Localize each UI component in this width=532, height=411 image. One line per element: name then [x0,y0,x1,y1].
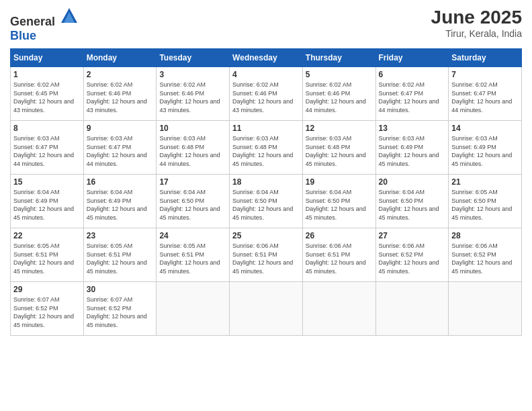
page-container: General Blue June 2025 Tirur, Kerala, In… [0,0,532,342]
day-info: Sunrise: 6:06 AMSunset: 6:52 PMDaylight:… [379,242,439,275]
day-number: 29 [13,285,81,294]
table-row: 18 Sunrise: 6:04 AMSunset: 6:50 PMDaylig… [230,175,303,228]
title-area: June 2025 Tirur, Kerala, India [431,7,522,39]
day-info: Sunrise: 6:05 AMSunset: 6:51 PMDaylight:… [13,242,74,275]
day-info: Sunrise: 6:03 AMSunset: 6:49 PMDaylight:… [451,135,512,167]
day-info: Sunrise: 6:03 AMSunset: 6:47 PMDaylight:… [13,135,74,167]
day-info: Sunrise: 6:03 AMSunset: 6:48 PMDaylight:… [306,135,366,167]
table-row: 1 Sunrise: 6:02 AMSunset: 6:45 PMDayligh… [11,67,84,121]
day-info: Sunrise: 6:07 AMSunset: 6:52 PMDaylight:… [87,296,147,328]
table-row [157,282,230,336]
day-info: Sunrise: 6:02 AMSunset: 6:46 PMDaylight:… [232,81,293,113]
day-number: 13 [379,124,446,133]
day-info: Sunrise: 6:02 AMSunset: 6:47 PMDaylight:… [379,81,439,113]
day-number: 1 [13,70,81,79]
header: General Blue June 2025 Tirur, Kerala, In… [10,7,522,43]
table-row: 15 Sunrise: 6:04 AMSunset: 6:49 PMDaylig… [11,175,84,228]
table-row: 6 Sunrise: 6:02 AMSunset: 6:47 PMDayligh… [375,67,449,121]
day-number: 17 [159,177,226,187]
day-number: 18 [232,177,300,187]
day-info: Sunrise: 6:04 AMSunset: 6:50 PMDaylight:… [306,189,366,221]
day-info: Sunrise: 6:06 AMSunset: 6:51 PMDaylight:… [306,242,366,275]
table-row: 10 Sunrise: 6:03 AMSunset: 6:48 PMDaylig… [157,121,230,175]
table-row: 3 Sunrise: 6:02 AMSunset: 6:46 PMDayligh… [157,67,230,121]
day-info: Sunrise: 6:03 AMSunset: 6:48 PMDaylight:… [159,135,220,167]
col-monday: Monday [83,49,157,67]
day-info: Sunrise: 6:02 AMSunset: 6:46 PMDaylight:… [87,81,147,113]
table-row: 22 Sunrise: 6:05 AMSunset: 6:51 PMDaylig… [11,228,84,282]
day-info: Sunrise: 6:06 AMSunset: 6:51 PMDaylight:… [232,242,293,275]
location: Tirur, Kerala, India [431,28,522,39]
day-number: 7 [451,70,519,79]
day-number: 12 [306,124,373,133]
calendar-row: 29 Sunrise: 6:07 AMSunset: 6:52 PMDaylig… [11,282,522,336]
table-row [302,282,375,336]
day-number: 8 [13,124,81,133]
day-number: 10 [159,124,226,133]
table-row: 26 Sunrise: 6:06 AMSunset: 6:51 PMDaylig… [302,228,375,282]
calendar-row: 15 Sunrise: 6:04 AMSunset: 6:49 PMDaylig… [11,175,522,228]
calendar-header-row: Sunday Monday Tuesday Wednesday Thursday… [11,49,522,67]
table-row: 5 Sunrise: 6:02 AMSunset: 6:46 PMDayligh… [302,67,375,121]
table-row: 11 Sunrise: 6:03 AMSunset: 6:48 PMDaylig… [230,121,303,175]
table-row: 19 Sunrise: 6:04 AMSunset: 6:50 PMDaylig… [302,175,375,228]
day-info: Sunrise: 6:07 AMSunset: 6:52 PMDaylight:… [13,296,74,328]
calendar-table: Sunday Monday Tuesday Wednesday Thursday… [10,48,522,336]
table-row: 28 Sunrise: 6:06 AMSunset: 6:52 PMDaylig… [449,228,522,282]
table-row: 4 Sunrise: 6:02 AMSunset: 6:46 PMDayligh… [230,67,303,121]
table-row [230,282,303,336]
day-info: Sunrise: 6:02 AMSunset: 6:46 PMDaylight:… [306,81,366,113]
table-row: 24 Sunrise: 6:05 AMSunset: 6:51 PMDaylig… [157,228,230,282]
day-number: 11 [232,124,300,133]
table-row: 12 Sunrise: 6:03 AMSunset: 6:48 PMDaylig… [302,121,375,175]
day-number: 16 [87,177,154,187]
day-number: 20 [379,177,446,187]
day-info: Sunrise: 6:02 AMSunset: 6:47 PMDaylight:… [451,81,512,113]
calendar-row: 22 Sunrise: 6:05 AMSunset: 6:51 PMDaylig… [11,228,522,282]
logo-general: General [10,15,55,28]
day-number: 26 [306,231,373,240]
calendar-row: 1 Sunrise: 6:02 AMSunset: 6:45 PMDayligh… [11,67,522,121]
day-info: Sunrise: 6:04 AMSunset: 6:49 PMDaylight:… [87,189,147,221]
day-number: 19 [306,177,373,187]
day-info: Sunrise: 6:06 AMSunset: 6:52 PMDaylight:… [451,242,512,275]
calendar-row: 8 Sunrise: 6:03 AMSunset: 6:47 PMDayligh… [11,121,522,175]
day-info: Sunrise: 6:04 AMSunset: 6:50 PMDaylight:… [232,189,293,221]
day-number: 6 [379,70,446,79]
logo-icon [60,7,79,26]
day-number: 25 [232,231,300,240]
day-info: Sunrise: 6:02 AMSunset: 6:45 PMDaylight:… [13,81,74,113]
day-number: 28 [451,231,519,240]
table-row: 8 Sunrise: 6:03 AMSunset: 6:47 PMDayligh… [11,121,84,175]
day-number: 5 [306,70,373,79]
table-row [375,282,449,336]
day-number: 3 [159,70,226,79]
logo-blue: Blue [10,29,36,42]
day-info: Sunrise: 6:04 AMSunset: 6:49 PMDaylight:… [13,189,74,221]
day-info: Sunrise: 6:03 AMSunset: 6:47 PMDaylight:… [87,135,147,167]
day-number: 22 [13,231,81,240]
table-row: 2 Sunrise: 6:02 AMSunset: 6:46 PMDayligh… [83,67,157,121]
table-row: 13 Sunrise: 6:03 AMSunset: 6:49 PMDaylig… [375,121,449,175]
col-thursday: Thursday [302,49,375,67]
day-number: 30 [87,285,154,294]
day-number: 2 [87,70,154,79]
table-row: 16 Sunrise: 6:04 AMSunset: 6:49 PMDaylig… [83,175,157,228]
table-row: 30 Sunrise: 6:07 AMSunset: 6:52 PMDaylig… [83,282,157,336]
table-row: 23 Sunrise: 6:05 AMSunset: 6:51 PMDaylig… [83,228,157,282]
day-info: Sunrise: 6:02 AMSunset: 6:46 PMDaylight:… [159,81,220,113]
day-info: Sunrise: 6:04 AMSunset: 6:50 PMDaylight:… [379,189,439,221]
table-row: 21 Sunrise: 6:05 AMSunset: 6:50 PMDaylig… [449,175,522,228]
day-number: 24 [159,231,226,240]
table-row: 27 Sunrise: 6:06 AMSunset: 6:52 PMDaylig… [375,228,449,282]
day-info: Sunrise: 6:05 AMSunset: 6:51 PMDaylight:… [87,242,147,275]
day-number: 15 [13,177,81,187]
day-info: Sunrise: 6:05 AMSunset: 6:50 PMDaylight:… [451,189,512,221]
day-number: 23 [87,231,154,240]
col-sunday: Sunday [11,49,84,67]
day-number: 21 [451,177,519,187]
col-saturday: Saturday [449,49,522,67]
col-tuesday: Tuesday [157,49,230,67]
table-row: 25 Sunrise: 6:06 AMSunset: 6:51 PMDaylig… [230,228,303,282]
table-row: 14 Sunrise: 6:03 AMSunset: 6:49 PMDaylig… [449,121,522,175]
